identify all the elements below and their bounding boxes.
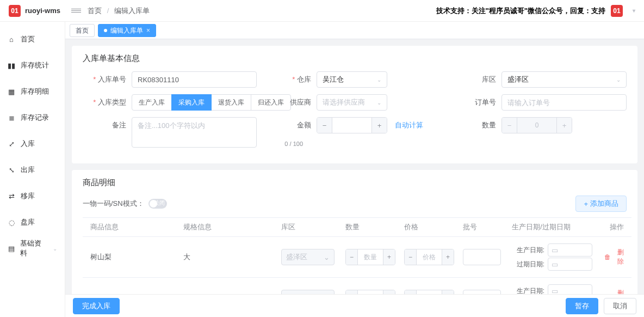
prod-date-label: 生产日期: bbox=[512, 246, 544, 255]
tab-home[interactable]: 首页 bbox=[70, 24, 95, 37]
tab-label: 编辑入库单 bbox=[110, 24, 143, 37]
row-area-select[interactable]: 盛泽区⌄ bbox=[281, 290, 335, 294]
textarea-remark[interactable] bbox=[132, 117, 257, 148]
save-button[interactable]: 暂存 bbox=[566, 298, 598, 314]
cell-info: 树山梨 bbox=[83, 237, 178, 278]
decrease-button[interactable]: − bbox=[346, 249, 358, 265]
in-icon: ⤢ bbox=[8, 140, 15, 148]
home-icon: ⌂ bbox=[8, 35, 15, 43]
decrease-button[interactable]: − bbox=[346, 290, 358, 294]
check-icon: ◌ bbox=[8, 218, 15, 226]
chevron-down-icon: ⌄ bbox=[324, 253, 330, 261]
avatar-icon[interactable]: 01 bbox=[611, 5, 623, 17]
row-price-input: −价格+ bbox=[404, 249, 454, 265]
finish-button[interactable]: 完成入库 bbox=[73, 298, 120, 314]
card-title: 商品明细 bbox=[83, 178, 627, 188]
sidebar-item-home[interactable]: ⌂首页 bbox=[0, 26, 65, 52]
breadcrumb: 首页 / 编辑入库单 bbox=[88, 6, 150, 16]
label-order-no: 订单号 bbox=[453, 94, 501, 111]
col-spec: 规格信息 bbox=[178, 218, 276, 237]
header-notice: 技术支持：关注"程序员诚哥"微信公众号，回复：支持 bbox=[436, 6, 605, 16]
delete-button[interactable]: 🗑删除 bbox=[604, 289, 624, 294]
prod-date-picker[interactable]: ▭ bbox=[548, 284, 592, 294]
row-qty-input: −数量+ bbox=[345, 290, 395, 294]
logo-icon: 01 bbox=[9, 5, 21, 17]
row-qty-input: −数量+ bbox=[345, 249, 395, 265]
increase-button[interactable]: + bbox=[442, 249, 454, 265]
remark-counter: 0 / 100 bbox=[284, 141, 303, 147]
col-dates: 生产日期/过期日期 bbox=[506, 218, 599, 237]
type-option-2[interactable]: 退货入库 bbox=[211, 94, 251, 111]
sidebar-item-in[interactable]: ⤢入库 bbox=[0, 131, 65, 157]
decrease-button[interactable]: − bbox=[317, 118, 332, 133]
detail-table: 商品信息 规格信息 库区 数量 价格 批号 生产日期/过期日期 操作 树山梨大盛… bbox=[83, 217, 631, 294]
select-warehouse[interactable]: 吴江仓⌄ bbox=[317, 71, 387, 88]
sidebar-item-check[interactable]: ◌盘库 bbox=[0, 209, 65, 235]
sidebar-item-label: 基础资料 bbox=[20, 239, 47, 258]
col-qty: 数量 bbox=[340, 218, 399, 237]
trash-icon: 🗑 bbox=[604, 253, 611, 261]
increase-button[interactable]: + bbox=[383, 290, 395, 294]
add-product-button[interactable]: +添加商品 bbox=[575, 196, 627, 212]
input-no[interactable] bbox=[132, 71, 257, 88]
tabs: 首页 编辑入库单× bbox=[65, 22, 644, 39]
tab-label: 首页 bbox=[76, 24, 89, 37]
amount-input: −+ bbox=[317, 117, 387, 133]
increase-button[interactable]: + bbox=[442, 290, 454, 294]
label-type: 入库类型 bbox=[83, 94, 132, 111]
exp-date-label: 过期日期: bbox=[512, 260, 544, 269]
label-remark: 备注 bbox=[83, 117, 132, 149]
out-icon: ⤡ bbox=[8, 166, 15, 174]
type-option-1[interactable]: 采购入库 bbox=[171, 94, 212, 111]
cancel-button[interactable]: 取消 bbox=[604, 298, 636, 314]
col-area: 库区 bbox=[276, 218, 340, 237]
prod-date-picker[interactable]: ▭ bbox=[548, 243, 592, 257]
decrease-button[interactable]: − bbox=[405, 249, 417, 265]
exp-date-picker[interactable]: ▭ bbox=[548, 258, 592, 271]
delete-button[interactable]: 🗑删除 bbox=[604, 248, 624, 266]
row-batch-input[interactable] bbox=[463, 249, 501, 265]
chevron-down-icon: ⌄ bbox=[616, 77, 621, 83]
collapse-icon[interactable] bbox=[71, 9, 81, 13]
select-area[interactable]: 盛泽区⌄ bbox=[501, 71, 627, 88]
chevron-down-icon: ⌄ bbox=[53, 246, 57, 252]
footer-bar: 完成入库 暂存 取消 bbox=[65, 294, 644, 317]
row-area-select[interactable]: 盛泽区⌄ bbox=[281, 249, 335, 265]
breadcrumb-home[interactable]: 首页 bbox=[88, 7, 102, 15]
close-icon[interactable]: × bbox=[146, 24, 150, 37]
move-icon: ⇄ bbox=[8, 192, 15, 200]
basic-info-card: 入库单基本信息 入库单号 仓库吴江仓⌄ 库区盛泽区⌄ 入库类型 生产入库 采购入… bbox=[72, 46, 637, 163]
table-row: 树山梨中盛泽区⌄−数量+−价格+生产日期:▭过期日期:▭🗑删除 bbox=[83, 278, 631, 295]
sidebar-item-label: 首页 bbox=[21, 34, 35, 44]
row-batch-input[interactable] bbox=[463, 290, 501, 294]
col-batch: 批号 bbox=[457, 218, 506, 237]
plus-icon: + bbox=[584, 200, 588, 208]
label-supplier: 供应商 bbox=[268, 94, 317, 111]
user-menu-chevron-icon[interactable]: ▾ bbox=[633, 8, 635, 14]
sidebar-item-record[interactable]: ≣库存记录 bbox=[0, 105, 65, 131]
chevron-down-icon: ⌄ bbox=[377, 100, 381, 106]
col-price: 价格 bbox=[399, 218, 457, 237]
detail-icon: ▦ bbox=[8, 88, 15, 95]
tab-edit-inbound[interactable]: 编辑入库单× bbox=[98, 24, 156, 37]
sidebar: ⌂首页 ▮▮库存统计 ▦库存明细 ≣库存记录 ⤢入库 ⤡出库 ⇄移库 ◌盘库 ▤… bbox=[0, 22, 65, 317]
input-order-no[interactable] bbox=[501, 94, 627, 111]
cell-spec: 中 bbox=[178, 278, 276, 295]
type-option-0[interactable]: 生产入库 bbox=[132, 94, 172, 111]
sidebar-item-stats[interactable]: ▮▮库存统计 bbox=[0, 52, 65, 78]
sidebar-item-label: 移库 bbox=[21, 191, 35, 201]
sidebar-item-data[interactable]: ▤基础资料⌄ bbox=[0, 235, 65, 261]
sidebar-item-move[interactable]: ⇄移库 bbox=[0, 183, 65, 209]
col-info: 商品信息 bbox=[83, 218, 178, 237]
auto-calc-link[interactable]: 自动计算 bbox=[395, 117, 423, 149]
decrease-button[interactable]: − bbox=[405, 290, 417, 294]
sidebar-item-out[interactable]: ⤡出库 bbox=[0, 157, 65, 183]
select-supplier[interactable]: 请选择供应商⌄ bbox=[317, 94, 387, 111]
sn-mode-switch[interactable]: 关闭 bbox=[148, 199, 167, 209]
chevron-down-icon: ⌄ bbox=[377, 77, 381, 83]
increase-button[interactable]: + bbox=[371, 118, 387, 133]
calendar-icon: ▭ bbox=[552, 287, 558, 295]
stats-icon: ▮▮ bbox=[8, 62, 15, 69]
sidebar-item-detail[interactable]: ▦库存明细 bbox=[0, 78, 65, 105]
increase-button[interactable]: + bbox=[383, 249, 395, 265]
